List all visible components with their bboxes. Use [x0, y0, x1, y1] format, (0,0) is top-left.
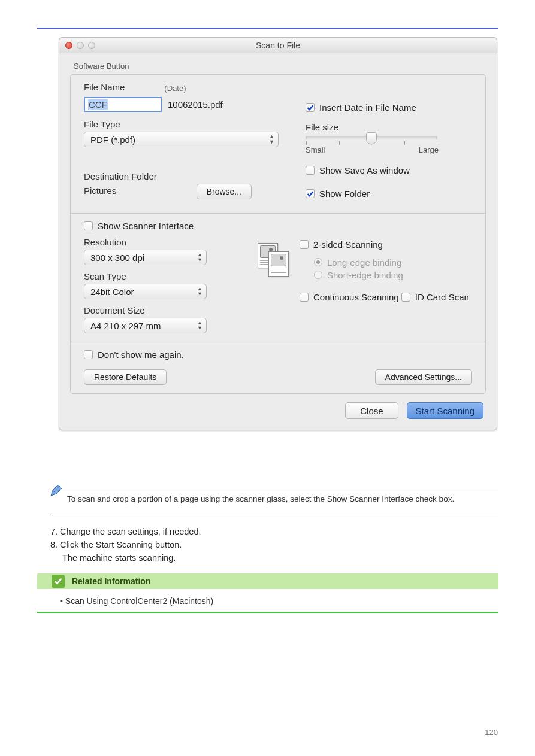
related-link[interactable]: • Scan Using ControlCenter2 (Macintosh)	[60, 596, 213, 606]
dont-show-checkbox[interactable]: Don't show me again.	[84, 350, 184, 360]
checkbox-checked-icon	[306, 103, 315, 112]
window-title: Scan to File	[59, 41, 497, 50]
show-folder-label: Show Folder	[319, 189, 370, 199]
close-button[interactable]: Close	[345, 402, 398, 419]
step-7: 7. Change the scan settings, if needed.	[50, 527, 498, 536]
browse-button[interactable]: Browse...	[197, 184, 252, 199]
checkbox-icon	[401, 293, 410, 302]
resolution-value: 300 x 300 dpi	[90, 253, 144, 263]
sample-preview-icon	[258, 243, 292, 280]
destination-folder-value: Pictures	[84, 186, 116, 196]
show-scanner-interface-label: Show Scanner Interface	[98, 221, 194, 231]
step-8: 8. Click the Start Scanning button.	[50, 540, 498, 549]
insert-date-label: Insert Date in File Name	[319, 102, 416, 113]
file-type-select[interactable]: PDF (*.pdf) ▲▼	[84, 132, 279, 147]
check-icon	[52, 575, 65, 588]
file-type-value: PDF (*.pdf)	[90, 135, 135, 145]
file-name-label: File Name	[84, 82, 125, 92]
related-info-bar: Related Information	[37, 573, 498, 589]
scan-type-label: Scan Type	[84, 271, 258, 281]
insert-date-checkbox[interactable]: Insert Date in File Name	[306, 102, 416, 113]
stepper-icon: ▲▼	[197, 320, 202, 331]
show-scanner-interface-checkbox[interactable]: Show Scanner Interface	[84, 221, 194, 231]
document-size-value: A4 210 x 297 mm	[90, 321, 161, 331]
stepper-icon: ▲▼	[269, 134, 274, 145]
pencil-icon	[49, 484, 64, 500]
two-sided-checkbox[interactable]: 2-sided Scanning	[300, 239, 383, 250]
advanced-settings-button[interactable]: Advanced Settings...	[375, 369, 472, 385]
file-type-label: File Type	[84, 119, 306, 129]
document-size-label: Document Size	[84, 305, 258, 315]
scan-type-select[interactable]: 24bit Color ▲▼	[84, 284, 207, 299]
section-label: Software Button	[74, 62, 497, 71]
slider-large-label: Large	[419, 145, 439, 154]
checkbox-icon	[84, 350, 93, 359]
note-divider-bottom	[49, 515, 498, 515]
show-save-as-label: Show Save As window	[319, 165, 410, 175]
checkbox-checked-icon	[306, 189, 315, 198]
related-divider	[37, 612, 498, 613]
long-edge-label: Long-edge binding	[327, 257, 401, 268]
checkbox-icon	[84, 221, 93, 230]
date-hint-label: (Date)	[164, 84, 186, 93]
dont-show-label: Don't show me again.	[98, 350, 184, 360]
continuous-checkbox[interactable]: Continuous Scanning	[300, 292, 399, 302]
restore-defaults-button[interactable]: Restore Defaults	[84, 369, 167, 385]
page-divider-top	[37, 28, 498, 29]
file-size-slider[interactable]: Small Large	[306, 136, 472, 154]
slider-thumb[interactable]	[366, 132, 377, 144]
continuous-label: Continuous Scanning	[313, 292, 399, 302]
idcard-label: ID Card Scan	[415, 292, 469, 302]
slider-small-label: Small	[306, 145, 325, 154]
file-size-label: File size	[306, 122, 472, 132]
scan-to-file-window: Scan to File Software Button File Name (…	[59, 37, 497, 430]
settings-group: File Name (Date) CCF 10062015.pdf File T…	[70, 74, 486, 394]
page-number: 120	[485, 728, 498, 737]
destination-folder-label: Destination Folder	[84, 171, 306, 181]
file-name-suffix: 10062015.pdf	[168, 99, 223, 110]
step-result: The machine starts scanning.	[62, 553, 498, 563]
stepper-icon: ▲▼	[197, 286, 202, 297]
resolution-label: Resolution	[84, 237, 258, 247]
note-divider-top	[49, 490, 498, 490]
checkbox-icon	[300, 240, 309, 249]
short-edge-label: Short-edge binding	[327, 270, 403, 280]
start-scanning-button[interactable]: Start Scanning	[407, 402, 483, 419]
stepper-icon: ▲▼	[197, 252, 202, 263]
scan-type-value: 24bit Color	[90, 287, 134, 297]
long-edge-radio: Long-edge binding	[314, 257, 401, 268]
checkbox-icon	[306, 166, 315, 175]
show-save-as-checkbox[interactable]: Show Save As window	[306, 165, 410, 175]
footer-buttons: Close Start Scanning	[59, 394, 497, 430]
checkbox-icon	[300, 293, 309, 302]
short-edge-radio: Short-edge binding	[314, 270, 403, 280]
file-name-input[interactable]: CCF	[84, 97, 162, 112]
show-folder-checkbox[interactable]: Show Folder	[306, 189, 370, 199]
two-sided-label: 2-sided Scanning	[313, 239, 383, 250]
resolution-select[interactable]: 300 x 300 dpi ▲▼	[84, 250, 207, 265]
document-size-select[interactable]: A4 210 x 297 mm ▲▼	[84, 318, 207, 333]
idcard-checkbox[interactable]: ID Card Scan	[401, 292, 469, 302]
note-text: To scan and crop a portion of a page usi…	[67, 494, 497, 503]
titlebar: Scan to File	[59, 38, 497, 53]
instruction-steps: 7. Change the scan settings, if needed. …	[50, 527, 498, 563]
related-info-title: Related Information	[72, 576, 150, 586]
